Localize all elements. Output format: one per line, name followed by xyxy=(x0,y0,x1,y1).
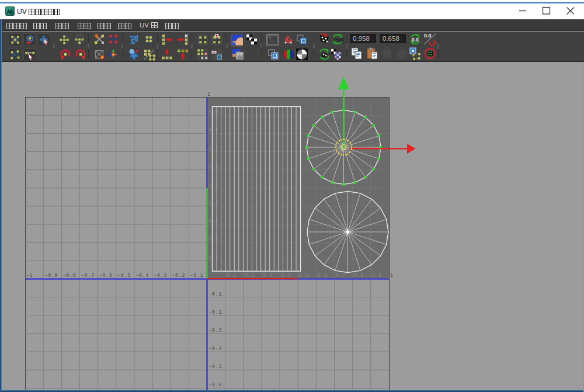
svg-text:-1: -1 xyxy=(26,273,33,279)
svg-text:0.0: 0.0 xyxy=(412,37,419,43)
svg-text:0.7: 0.7 xyxy=(208,146,218,152)
svg-text:-0.5: -0.5 xyxy=(208,364,222,370)
svg-text:-0.8: -0.8 xyxy=(62,273,76,279)
svg-text:-0.3: -0.3 xyxy=(208,328,222,334)
svg-text:-0.9: -0.9 xyxy=(44,273,58,279)
svg-text:0.5: 0.5 xyxy=(299,273,309,279)
svg-text:0.3: 0.3 xyxy=(263,273,273,279)
svg-text:-0.2: -0.2 xyxy=(172,273,185,279)
svg-text:0.1: 0.1 xyxy=(227,273,237,279)
svg-text:-0.6: -0.6 xyxy=(99,273,113,279)
svg-text:0.7: 0.7 xyxy=(336,273,346,279)
svg-text:-0.4: -0.4 xyxy=(135,273,149,279)
svg-text:-0.6: -0.6 xyxy=(208,382,222,388)
svg-text:-0.4: -0.4 xyxy=(208,346,222,352)
svg-text:0.4: 0.4 xyxy=(281,273,291,279)
svg-text:0.5: 0.5 xyxy=(208,182,218,188)
svg-text:-0.1: -0.1 xyxy=(208,292,222,297)
svg-text:PSD: PSD xyxy=(334,37,344,43)
svg-text:0.8: 0.8 xyxy=(208,127,218,133)
svg-text:0.4: 0.4 xyxy=(208,200,218,206)
svg-text:-0.5: -0.5 xyxy=(117,273,131,279)
svg-text:0.0: 0.0 xyxy=(424,33,432,39)
svg-text:0.3: 0.3 xyxy=(208,218,218,224)
svg-text:-0.2: -0.2 xyxy=(208,310,222,315)
svg-text:1: 1 xyxy=(207,92,211,98)
svg-text:0.9: 0.9 xyxy=(372,273,382,279)
svg-text:-0.1: -0.1 xyxy=(190,273,203,279)
svg-text:0.1: 0.1 xyxy=(208,255,218,261)
svg-text:0.6: 0.6 xyxy=(208,164,218,170)
svg-text:0.9: 0.9 xyxy=(208,109,218,115)
svg-text:-0.3: -0.3 xyxy=(154,273,167,279)
svg-text:-0.7: -0.7 xyxy=(81,273,95,279)
svg-text:0.8: 0.8 xyxy=(354,273,364,279)
svg-text:0.2: 0.2 xyxy=(245,273,255,279)
svg-text:0.6: 0.6 xyxy=(317,273,327,279)
svg-text:1: 1 xyxy=(390,273,394,279)
svg-text:0.2: 0.2 xyxy=(208,237,218,242)
